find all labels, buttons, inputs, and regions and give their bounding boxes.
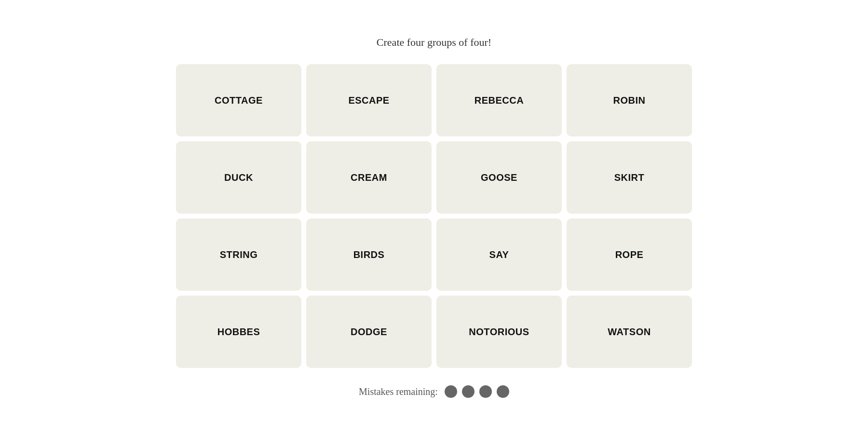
tile-rope[interactable]: ROPE	[567, 218, 692, 291]
tile-label-skirt: SKIRT	[614, 172, 645, 183]
tile-label-say: SAY	[489, 249, 509, 260]
tile-label-string: STRING	[220, 249, 258, 260]
game-grid: COTTAGEESCAPEREBECCAROBINDUCKCREAMGOOSES…	[176, 64, 692, 368]
tile-label-cream: CREAM	[351, 172, 387, 183]
tile-label-notorious: NOTORIOUS	[469, 326, 529, 338]
tile-label-robin: ROBIN	[613, 95, 646, 106]
tile-label-duck: DUCK	[224, 172, 253, 183]
tile-label-goose: GOOSE	[481, 172, 517, 183]
tile-cream[interactable]: CREAM	[306, 141, 432, 214]
tile-label-watson: WATSON	[608, 326, 651, 338]
mistake-dot-1	[445, 385, 457, 398]
tile-label-rebecca: REBECCA	[475, 95, 524, 106]
tile-birds[interactable]: BIRDS	[306, 218, 432, 291]
tile-skirt[interactable]: SKIRT	[567, 141, 692, 214]
tile-goose[interactable]: GOOSE	[436, 141, 562, 214]
tile-label-cottage: COTTAGE	[215, 95, 263, 106]
tile-string[interactable]: STRING	[176, 218, 301, 291]
mistake-dot-2	[462, 385, 475, 398]
tile-duck[interactable]: DUCK	[176, 141, 301, 214]
tile-label-birds: BIRDS	[353, 249, 385, 260]
mistakes-dots	[445, 385, 509, 398]
tile-hobbes[interactable]: HOBBES	[176, 296, 301, 368]
tile-dodge[interactable]: DODGE	[306, 296, 432, 368]
tile-label-dodge: DODGE	[351, 326, 387, 338]
mistake-dot-3	[479, 385, 492, 398]
tile-robin[interactable]: ROBIN	[567, 64, 692, 136]
tile-escape[interactable]: ESCAPE	[306, 64, 432, 136]
mistake-dot-4	[497, 385, 509, 398]
mistakes-area: Mistakes remaining:	[359, 385, 509, 398]
tile-say[interactable]: SAY	[436, 218, 562, 291]
tile-rebecca[interactable]: REBECCA	[436, 64, 562, 136]
tile-label-escape: ESCAPE	[348, 95, 389, 106]
mistakes-label: Mistakes remaining:	[359, 386, 438, 397]
subtitle: Create four groups of four!	[377, 36, 491, 49]
tile-watson[interactable]: WATSON	[567, 296, 692, 368]
tile-cottage[interactable]: COTTAGE	[176, 64, 301, 136]
tile-label-hobbes: HOBBES	[217, 326, 260, 338]
tile-label-rope: ROPE	[615, 249, 644, 260]
tile-notorious[interactable]: NOTORIOUS	[436, 296, 562, 368]
